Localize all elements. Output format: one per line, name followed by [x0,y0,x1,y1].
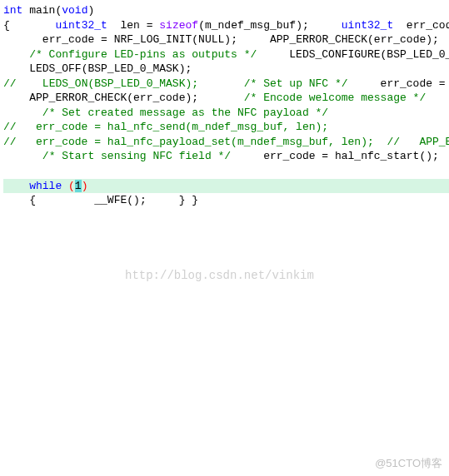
code-line: // LEDS_ON(BSP_LED_0_MASK); [3,77,198,90]
code-line: /* Encode welcome message */ [218,92,427,104]
comment: /* Set created message as the NFC payloa… [42,107,328,119]
code-line: } [192,194,198,206]
highlighted-line: while (1) [3,179,449,194]
keyword-uint32: uint32_t [342,19,393,32]
keyword-while: while [29,180,62,192]
var-buf: m_ndef_msg_buf [205,19,296,32]
blank-line [3,107,10,119]
code-line: // err_code = hal_nfc_payload_set(m_ndef… [3,136,374,148]
code-line: APP_ERROR_CHECK(err_code); [446,150,449,162]
fn-hal-nfc-start: hal_nfc_start [335,150,419,162]
fn-hal-nfc-send: hal_nfc_send [107,121,186,133]
lparen: ( [68,180,75,192]
comment: /* Set up NFC */ [244,77,348,90]
watermark-url: http://blog.csdn.net/vinkim [125,268,314,284]
code-line: int main(void) [3,4,94,17]
code-line: err_code = hal_nfc_setup(nfc_callback, N… [354,77,449,90]
line-comment: // [3,121,17,133]
keyword-sizeof: sizeof [159,19,198,32]
fn-app-error-check: APP_ERROR_CHECK [29,92,127,104]
line-comment: // [3,77,17,90]
fn-leds-off: LEDS_OFF [29,62,81,75]
code-line: welcome_msg_encode(m_ndef_msg_buf, &len)… [432,92,449,104]
var-len: len [121,19,140,32]
brace: } [179,194,186,206]
code-line: LEDS_OFF(BSP_LED_0_MASK); [3,62,192,75]
brace: } [192,194,198,206]
comment: /* Start sensing NFC field */ [42,150,231,162]
code-line: { [3,194,36,206]
brace: { [29,194,36,206]
fn-hal-nfc-payload-set: hal_nfc_payload_set [107,136,231,148]
fn-app-error-check: APP_ERROR_CHECK [419,136,449,148]
fn-leds-configure: LEDS_CONFIGURE [289,48,380,61]
var-errcode: err_code [407,19,449,32]
code-line: // APP_ERROR_CHECK(err_code); [381,136,449,148]
blank-line [205,92,212,104]
blank-line [205,77,212,90]
comment: /* Configure LED-pins as outputs */ [29,48,257,61]
code-line: uint32_t len = sizeof(m_ndef_msg_buf); [29,19,309,32]
watermark-corner: @51CTO博客 [375,456,442,471]
code-line: __WFE(); [42,194,147,206]
code-line: // err_code = hal_nfc_send(m_ndef_msg_bu… [3,121,328,133]
code-line: APP_ERROR_CHECK(err_code); [3,92,198,104]
keyword-int: int [3,4,22,17]
keyword-void: void [62,4,87,17]
code-line: err_code = hal_nfc_start(); [237,150,439,162]
fn-wfe: __WFE [94,194,127,206]
keyword-uint32: uint32_t [55,19,107,32]
brace: { [3,19,10,32]
fn-main: main [29,4,55,17]
code-line: } [153,194,186,206]
null: NULL [198,33,224,46]
code-line: /* Start sensing NFC field */ [17,150,231,162]
blank-line [446,33,449,46]
fn-nrf-log-init: NRF_LOG_INIT [114,33,192,46]
code-line: err_code = NRF_LOG_INIT(NULL); [17,33,237,46]
line-comment: // [387,136,400,148]
comment: /* Encode welcome message */ [244,92,426,104]
blank-line [17,19,23,32]
literal-one: 1 [75,180,82,192]
code-line: /* Configure LED-pins as outputs */ [3,48,257,61]
code-block: int main(void) { uint32_t len = sizeof(m… [0,0,449,208]
code-line: LEDS_CONFIGURE(BSP_LED_0_MASK); [263,48,449,61]
code-line: APP_ERROR_CHECK(err_code); [244,33,439,46]
code-line: { [3,19,10,32]
rparen: ) [82,180,88,192]
blank-line [3,150,10,162]
blank-line [3,33,10,46]
line-comment: // [3,136,17,148]
fn-app-error-check: APP_ERROR_CHECK [270,33,367,46]
fn-leds-on: LEDS_ON [42,77,88,90]
blank-line [3,165,10,177]
code-line: /* Set created message as the NFC payloa… [17,107,328,119]
code-line: uint32_t err_code; [316,19,449,32]
code-line: /* Set up NFC */ [218,77,348,90]
